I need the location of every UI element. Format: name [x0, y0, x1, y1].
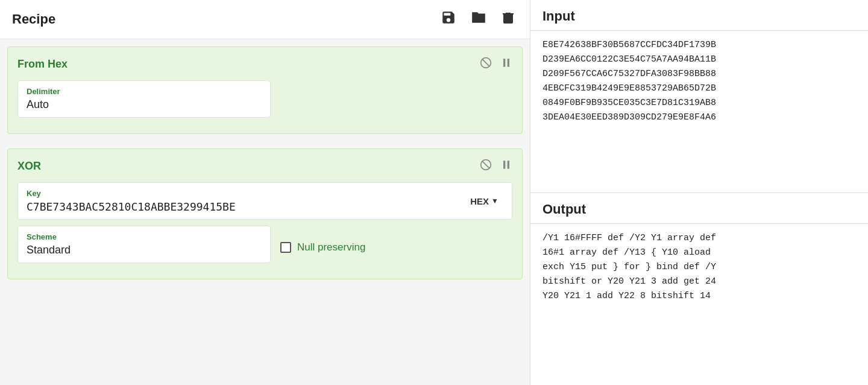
hex-type-label: HEX — [470, 196, 489, 206]
xor-controls — [480, 159, 512, 174]
svg-rect-11 — [508, 161, 509, 168]
recipe-title: Recipe — [12, 11, 55, 27]
from-hex-controls — [480, 57, 512, 72]
key-label: Key — [27, 189, 465, 198]
key-value: C7BE7343BAC52810C18ABBE3299415BE — [27, 200, 465, 213]
scheme-field[interactable]: Scheme Standard — [17, 226, 271, 263]
scheme-label: Scheme — [27, 232, 262, 241]
from-hex-disable-icon[interactable] — [480, 57, 492, 72]
svg-rect-6 — [503, 59, 505, 66]
output-section: Output /Y1 16#FFFF def /Y2 Y1 array def … — [530, 193, 868, 386]
key-field-content: Key C7BE7343BAC52810C18ABBE3299415BE — [27, 189, 465, 213]
xor-disable-icon[interactable] — [480, 159, 492, 174]
xor-header: XOR — [17, 159, 512, 174]
from-hex-header: From Hex — [17, 57, 512, 72]
svg-rect-7 — [508, 59, 509, 66]
xor-title: XOR — [17, 160, 41, 173]
recipe-header: Recipe — [0, 0, 530, 39]
recipe-panel: Recipe — [0, 0, 530, 385]
io-panel: Input E8E742638BF30B5687CCFDC34DF1739B D… — [530, 0, 868, 385]
chevron-down-icon: ▼ — [491, 197, 498, 205]
from-hex-title: From Hex — [17, 58, 68, 71]
output-content: /Y1 16#FFFF def /Y2 Y1 array def 16#1 ar… — [530, 224, 868, 386]
svg-rect-10 — [503, 161, 505, 168]
svg-line-9 — [482, 161, 489, 168]
null-preserving-label: Null preserving — [297, 241, 365, 253]
xor-pause-icon[interactable] — [500, 159, 512, 174]
key-field[interactable]: Key C7BE7343BAC52810C18ABBE3299415BE HEX… — [17, 182, 512, 220]
null-preserving-checkbox[interactable] — [280, 242, 291, 253]
null-preserving-wrapper[interactable]: Null preserving — [280, 241, 365, 253]
svg-line-5 — [482, 59, 489, 66]
output-header: Output — [530, 193, 868, 224]
save-icon[interactable] — [438, 7, 459, 31]
from-hex-block: From Hex Delimiter Auto — [7, 46, 523, 134]
input-header: Input — [530, 0, 868, 31]
from-hex-pause-icon[interactable] — [500, 57, 512, 72]
xor-block: XOR Key C7BE734 — [7, 148, 523, 279]
recipe-toolbar — [438, 7, 518, 31]
scheme-value: Standard — [27, 244, 262, 256]
delimiter-label: Delimiter — [27, 87, 262, 96]
delete-icon[interactable] — [498, 7, 518, 31]
input-section: Input E8E742638BF30B5687CCFDC34DF1739B D… — [530, 0, 868, 193]
delimiter-value: Auto — [27, 98, 262, 111]
delimiter-field[interactable]: Delimiter Auto — [17, 80, 271, 118]
folder-icon[interactable] — [468, 7, 489, 31]
input-content: E8E742638BF30B5687CCFDC34DF1739B D239EA6… — [530, 31, 868, 192]
hex-type-button[interactable]: HEX ▼ — [465, 194, 503, 209]
scheme-row: Scheme Standard Null preserving — [17, 226, 512, 269]
